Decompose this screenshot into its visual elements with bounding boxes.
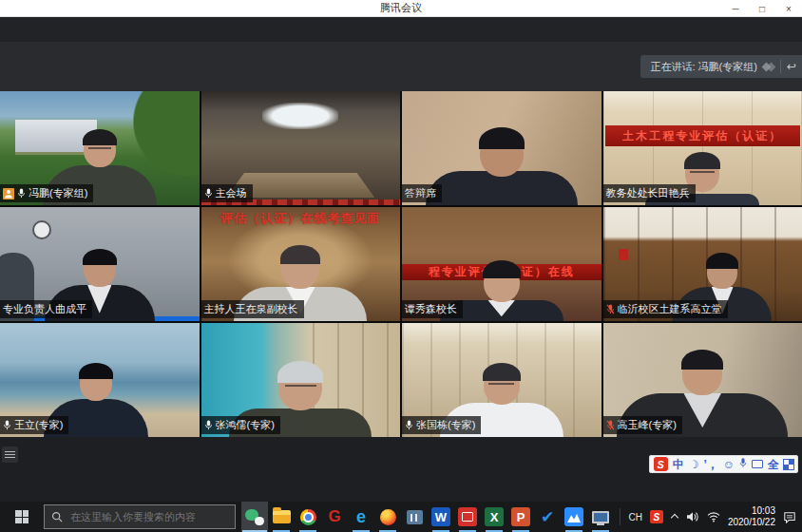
- video-tile[interactable]: 主会场: [201, 91, 401, 205]
- mic-on-icon: [17, 188, 26, 199]
- video-tile[interactable]: 专业负责人曲成平: [0, 207, 200, 321]
- start-button[interactable]: [0, 502, 44, 532]
- mic-muted-icon: [606, 420, 615, 430]
- window-controls: ─ □ ×: [722, 0, 802, 17]
- word-icon[interactable]: W: [428, 502, 454, 532]
- voice-input-icon[interactable]: [739, 458, 747, 470]
- video-tile[interactable]: 张鸿儒(专家): [201, 323, 401, 437]
- sogou-logo-icon[interactable]: S: [654, 457, 668, 471]
- action-center-icon[interactable]: [783, 511, 796, 523]
- venue-banner: 评估（认证）在线考查见面: [201, 210, 401, 227]
- network-icon[interactable]: [707, 511, 720, 522]
- file-explorer-icon: [273, 510, 291, 523]
- edge-icon[interactable]: e: [348, 502, 374, 532]
- taskbar-search[interactable]: [44, 504, 236, 529]
- mic-on-icon: [405, 420, 413, 430]
- toolbox-icon[interactable]: [784, 460, 793, 469]
- search-icon: [51, 511, 63, 522]
- video-tile[interactable]: 评估（认证）在线考查见面 主持人王在泉副校长: [201, 207, 401, 321]
- taskbar-clock[interactable]: 10:03 2020/10/22: [728, 505, 775, 529]
- blue-check-app-icon: ✔: [538, 507, 557, 526]
- ime-mode-toggle[interactable]: 中: [673, 459, 684, 470]
- emoji-icon[interactable]: ☺: [723, 459, 735, 470]
- close-button[interactable]: ×: [775, 0, 802, 17]
- mic-on-icon: [204, 420, 213, 430]
- participant-label: 王立(专家): [0, 416, 68, 434]
- red-docs-app-icon: [458, 507, 477, 526]
- participant-label: 高玉峰(专家): [603, 416, 682, 434]
- red-docs-app-icon[interactable]: [454, 502, 481, 532]
- system-tray: CH S 10:03 2020/10/22: [620, 502, 802, 532]
- chrome-icon[interactable]: [295, 502, 321, 532]
- divider: [780, 60, 781, 73]
- venue-banner: 程专业评估（认证）在线: [402, 264, 602, 280]
- powerpoint-icon: P: [511, 507, 530, 526]
- fullwidth-toggle[interactable]: 全: [768, 459, 779, 470]
- video-tile[interactable]: 程专业评估（认证）在线 谭秀森校长: [402, 207, 602, 321]
- window-title: 腾讯会议: [380, 1, 422, 15]
- meeting-topbar: 正在讲话: 冯鹏(专家组) ↩: [0, 17, 802, 91]
- clock-date: 2020/10/22: [728, 517, 775, 529]
- wechat-icon[interactable]: [241, 502, 268, 532]
- participant-name: 主会场: [216, 186, 247, 200]
- participant-name: 教务处处长田艳兵: [606, 186, 690, 200]
- excel-icon[interactable]: X: [481, 502, 507, 532]
- speaking-text: 正在讲话: 冯鹏(专家组): [650, 60, 756, 74]
- video-tile[interactable]: 王立(专家): [0, 323, 200, 437]
- meeting-app-icon[interactable]: [561, 502, 587, 532]
- video-tile[interactable]: 冯鹏(专家组): [0, 91, 200, 205]
- firefox-icon[interactable]: [374, 502, 401, 532]
- chevron-up-icon[interactable]: [671, 513, 678, 521]
- video-tile[interactable]: 高玉峰(专家): [603, 323, 802, 437]
- mic-on-icon: [204, 188, 213, 199]
- participant-name: 专业负责人曲成平: [3, 302, 86, 316]
- participant-name: 张鸿儒(专家): [216, 418, 275, 432]
- audio-level-icon: [763, 64, 774, 70]
- participant-name: 高玉峰(专家): [618, 418, 677, 432]
- participant-name: 冯鹏(专家组): [29, 186, 87, 200]
- red-g-app-icon: G: [325, 507, 344, 526]
- participant-name: 主持人王在泉副校长: [204, 302, 298, 316]
- participant-label: 答辩席: [402, 184, 442, 202]
- speaker-icon[interactable]: [686, 511, 699, 522]
- divider: [620, 508, 621, 525]
- windows-logo-icon: [15, 510, 29, 523]
- wechat-icon: [245, 507, 264, 526]
- blue-columns-app-icon[interactable]: [401, 502, 428, 532]
- reply-arrow-icon[interactable]: ↩: [787, 61, 796, 72]
- blue-check-app-icon[interactable]: ✔: [534, 502, 561, 532]
- window-titlebar: 腾讯会议 ─ □ ×: [0, 0, 802, 17]
- clock-time: 10:03: [728, 505, 775, 518]
- firefox-icon: [380, 509, 396, 525]
- moon-icon[interactable]: ☽: [689, 459, 699, 470]
- excel-icon: X: [485, 507, 504, 526]
- float-menu-icon[interactable]: [2, 446, 18, 463]
- soft-keyboard-icon[interactable]: [752, 460, 763, 468]
- video-tile[interactable]: 答辩席: [402, 91, 602, 205]
- search-input[interactable]: [68, 510, 220, 523]
- sogou-input-bar[interactable]: S 中 ☽ ’， ☺ 全: [649, 455, 798, 473]
- video-tile[interactable]: 临沂校区土建系高立堂: [603, 207, 802, 321]
- participant-name: 答辩席: [405, 186, 436, 200]
- speaking-indicator[interactable]: 正在讲话: 冯鹏(专家组) ↩: [640, 55, 802, 78]
- participant-label: 张国栋(专家): [402, 416, 481, 434]
- red-g-app-icon[interactable]: G: [321, 502, 348, 532]
- punctuation-toggle[interactable]: ’，: [703, 459, 717, 470]
- taskbar-apps: GeWXP✔: [241, 502, 614, 532]
- video-tile[interactable]: 土木工程专业评估（认证） 教务处处长田艳兵: [603, 91, 802, 205]
- sogou-tray-icon[interactable]: S: [650, 510, 663, 523]
- participant-name: 临沂校区土建系高立堂: [618, 302, 722, 316]
- participant-label: 临沂校区土建系高立堂: [603, 300, 728, 318]
- meeting-window: 正在讲话: 冯鹏(专家组) ↩ 冯鹏(专家组): [0, 17, 802, 502]
- mic-muted-icon: [606, 304, 615, 314]
- file-explorer-icon[interactable]: [268, 502, 295, 532]
- video-grid: 冯鹏(专家组) 主会场 答辩席 土木工程专业评估（认证）: [0, 91, 802, 437]
- monitor-app-icon[interactable]: [587, 502, 614, 532]
- minimize-button[interactable]: ─: [722, 0, 749, 17]
- meeting-app-icon: [564, 507, 583, 526]
- powerpoint-icon[interactable]: P: [507, 502, 534, 532]
- language-indicator[interactable]: CH: [628, 512, 641, 522]
- video-tile[interactable]: 张国栋(专家): [402, 323, 602, 437]
- taskbar: GeWXP✔ CH S 10:03 2020/10/22: [0, 502, 802, 532]
- maximize-button[interactable]: □: [749, 0, 775, 17]
